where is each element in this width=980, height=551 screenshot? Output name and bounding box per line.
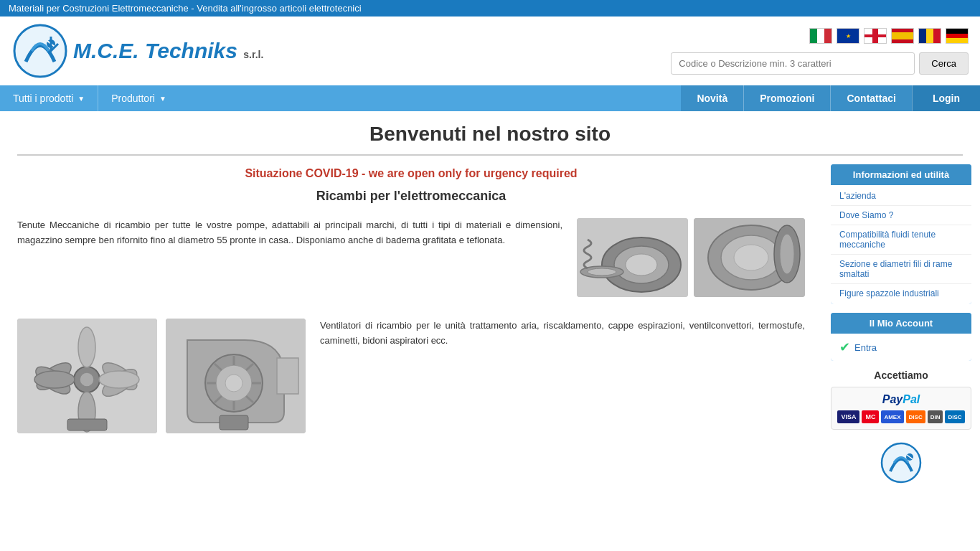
svg-point-21 bbox=[78, 327, 95, 367]
svg-point-13 bbox=[780, 234, 794, 274]
entra-link[interactable]: Entra bbox=[854, 342, 877, 353]
payment-cards: VISA MC AMEX DISC DIN DISC bbox=[837, 410, 965, 423]
welcome-title-text: Benvenuti nel nostro sito bbox=[369, 123, 611, 145]
content-area: Situazione COVID-19 - we are open only f… bbox=[0, 156, 822, 466]
ventilatori-text: Ventilatori di ricambio per le unità tra… bbox=[320, 319, 805, 349]
dropdown-arrow-icon: ▼ bbox=[77, 95, 85, 103]
flags bbox=[809, 28, 969, 47]
section-title: Ricambi per l'elettromeccanica bbox=[17, 189, 805, 204]
search-input[interactable] bbox=[671, 52, 915, 75]
svg-point-11 bbox=[734, 245, 768, 270]
logo-area: M.C.E. Techniks s.r.l. bbox=[11, 22, 263, 80]
sidebar-link-sezione[interactable]: Sezione e diametri fili di rame smaltati bbox=[831, 255, 971, 284]
nav-producers[interactable]: Produttori ▼ bbox=[98, 85, 179, 111]
svg-rect-25 bbox=[67, 419, 107, 430]
payment-box: PayPal VISA MC AMEX DISC DIN DISC bbox=[831, 387, 971, 430]
nav-products-label: Tutti i prodotti bbox=[13, 93, 73, 104]
diners-card: DIN bbox=[928, 410, 943, 423]
checkmark-icon: ✔ bbox=[839, 339, 850, 355]
sidebar-link-azienda[interactable]: L'azienda bbox=[831, 187, 971, 206]
svg-point-23 bbox=[34, 371, 75, 388]
seal-image-2 bbox=[694, 218, 805, 297]
info-box-title: Informazioni ed utilità bbox=[831, 164, 971, 185]
info-title-text: Informazioni ed utilità bbox=[853, 169, 949, 180]
logo-main-text: M.C.E. Techniks s.r.l. bbox=[73, 39, 263, 63]
nav-novita[interactable]: Novità bbox=[681, 85, 743, 111]
paypal-logo: PayPal bbox=[837, 393, 965, 406]
nav-promozioni[interactable]: Promozioni bbox=[743, 85, 830, 111]
visa-card: VISA bbox=[837, 410, 859, 423]
tenute-section: Tenute Meccaniche di ricambio per tutte … bbox=[17, 218, 805, 297]
svg-point-16 bbox=[80, 372, 94, 387]
flag-italy[interactable] bbox=[809, 28, 832, 44]
seal-image-1 bbox=[577, 218, 688, 297]
ventilatori-section: Ventilatori di ricambio per le unità tra… bbox=[17, 319, 805, 433]
flag-germany[interactable] bbox=[946, 28, 969, 44]
svg-rect-27 bbox=[277, 358, 298, 394]
mio-account-title: Il Mio Account bbox=[831, 313, 971, 334]
navbar: Tutti i prodotti ▼ Produttori ▼ Novità P… bbox=[0, 85, 980, 111]
flag-uk[interactable] bbox=[864, 28, 887, 44]
svg-point-40 bbox=[882, 443, 920, 482]
info-box: Informazioni ed utilità L'azienda Dove S… bbox=[831, 164, 971, 304]
covid-notice: Situazione COVID-19 - we are open only f… bbox=[17, 167, 805, 180]
sidebar: Informazioni ed utilità L'azienda Dove S… bbox=[822, 156, 980, 493]
svg-point-5 bbox=[626, 254, 657, 276]
info-box-body: L'azienda Dove Siamo ? Compatibilità flu… bbox=[831, 185, 971, 304]
search-area: Cerca bbox=[671, 52, 969, 75]
accettiamo-title: Accettiamo bbox=[831, 369, 971, 381]
logo-icon bbox=[11, 22, 69, 80]
tenute-text: Tenute Meccaniche di ricambio per tutte … bbox=[17, 218, 562, 248]
svg-point-30 bbox=[225, 375, 242, 392]
top-banner: Materiali per Costruzioni Elettromeccani… bbox=[0, 0, 980, 17]
search-button[interactable]: Cerca bbox=[919, 52, 969, 75]
svg-rect-39 bbox=[220, 415, 248, 430]
mc-card: MC bbox=[862, 410, 879, 423]
ventilatori-description: Ventilatori di ricambio per le unità tra… bbox=[320, 320, 805, 346]
flag-spain[interactable] bbox=[891, 28, 914, 44]
banner-text: Materiali per Costruzioni Elettromeccani… bbox=[9, 3, 362, 14]
flag-eu[interactable] bbox=[837, 28, 859, 44]
amex-card: AMEX bbox=[881, 410, 903, 423]
svg-point-0 bbox=[14, 25, 66, 77]
svg-point-24 bbox=[99, 371, 139, 388]
nav-login[interactable]: Login bbox=[912, 85, 980, 111]
nav-contattaci[interactable]: Contattaci bbox=[830, 85, 911, 111]
accettiamo-text: Accettiamo bbox=[874, 369, 928, 381]
accettiamo-section: Accettiamo PayPal VISA MC AMEX DISC DIN … bbox=[831, 369, 971, 430]
sidebar-link-dove[interactable]: Dove Siamo ? bbox=[831, 206, 971, 225]
centrifugal-fan-image bbox=[166, 319, 306, 433]
dropdown-arrow-icon2: ▼ bbox=[159, 95, 166, 103]
account-title-text: Il Mio Account bbox=[870, 318, 933, 329]
discover-card: DISC bbox=[906, 410, 925, 423]
covid-text: Situazione COVID-19 - we are open only f… bbox=[245, 167, 577, 179]
welcome-title: Benvenuti nel nostro sito bbox=[17, 111, 963, 156]
header-right: Cerca bbox=[671, 28, 969, 75]
tenute-description: Tenute Meccaniche di ricambio per tutte … bbox=[17, 220, 562, 245]
main-layout: Situazione COVID-19 - we are open only f… bbox=[0, 156, 980, 493]
tenute-images bbox=[577, 218, 805, 297]
mio-account-body: ✔ Entra bbox=[831, 334, 971, 361]
flag-romania[interactable] bbox=[918, 28, 941, 44]
discover2-card: DISC bbox=[945, 410, 964, 423]
entra-text: Entra bbox=[854, 342, 877, 353]
nav-producers-label: Produttori bbox=[111, 93, 155, 104]
logo-text-area: M.C.E. Techniks s.r.l. bbox=[73, 39, 263, 63]
sidebar-link-compatibilita[interactable]: Compatibilità fluidi tenute meccaniche bbox=[831, 225, 971, 255]
axial-fan-image bbox=[17, 319, 157, 433]
nav-products[interactable]: Tutti i prodotti ▼ bbox=[0, 85, 98, 111]
sidebar-link-figure[interactable]: Figure spazzole industriali bbox=[831, 284, 971, 303]
fan-images bbox=[17, 319, 306, 433]
sidebar-logo-bottom bbox=[831, 441, 971, 484]
mio-account-box: Il Mio Account ✔ Entra bbox=[831, 313, 971, 361]
svg-point-7 bbox=[588, 268, 616, 276]
section-title-text: Ricambi per l'elettromeccanica bbox=[316, 189, 506, 203]
header: M.C.E. Techniks s.r.l. Cerc bbox=[0, 17, 980, 85]
